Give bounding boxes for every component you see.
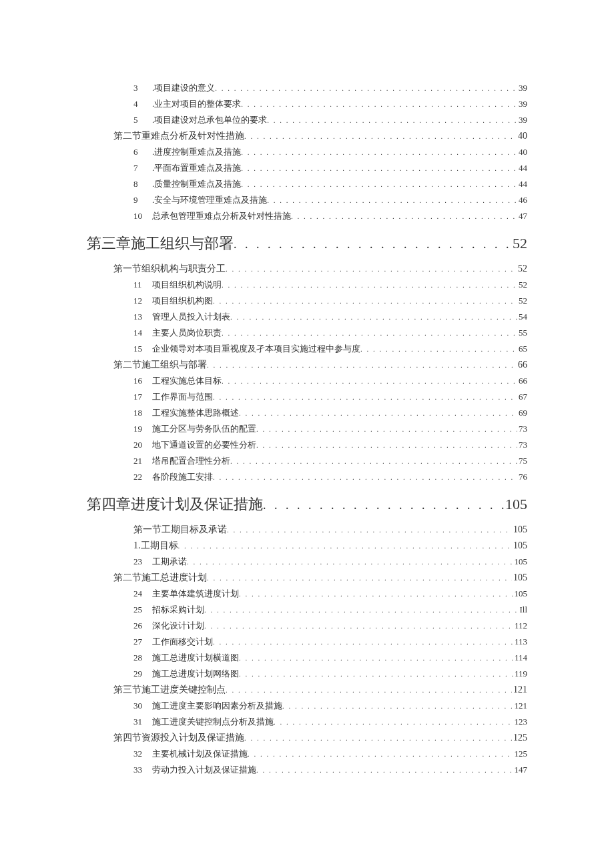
toc-dot-leader xyxy=(244,730,512,746)
toc-entry-page: 105 xyxy=(512,522,527,538)
toc-entry: 第一节组织机构与职责分工52 xyxy=(87,261,527,277)
toc-entry-title: 工作面移交计划 xyxy=(152,634,213,650)
toc-entry: 14主要人员岗位职责55 xyxy=(87,325,527,341)
toc-entry-title: 工期承诺 xyxy=(152,554,187,570)
toc-dot-leader xyxy=(267,192,517,208)
toc-entry: 5.项目建设对总承包单位的要求39 xyxy=(87,112,527,128)
toc-entry-number: 15 xyxy=(133,341,152,357)
toc-entry-page: 73 xyxy=(517,421,527,437)
toc-dot-leader xyxy=(227,522,512,538)
toc-entry-page: 40 xyxy=(517,128,527,144)
toc-entry-title: 企业领导对本项目重视度及孑本项目实施过程中参与度 xyxy=(152,341,360,357)
toc-dot-leader xyxy=(234,232,511,256)
toc-entry-title: 劳动力投入计划及保证措施 xyxy=(152,762,256,778)
toc-entry-title: 深化设计计划 xyxy=(152,618,204,634)
toc-entry-title: 项目组织机构说明 xyxy=(152,277,222,293)
toc-dot-leader xyxy=(291,208,517,224)
toc-dot-leader xyxy=(222,325,517,341)
toc-entry-page: 54 xyxy=(517,309,527,325)
toc-entry: 第二节施工总进度计划105 xyxy=(87,570,527,586)
toc-entry-page: Ill xyxy=(518,602,527,618)
toc-entry-title: 第一节组织机构与职责分工 xyxy=(113,261,226,277)
toc-entry-page: 121 xyxy=(513,698,528,714)
toc-entry-page: 105 xyxy=(512,570,527,586)
toc-entry-page: 39 xyxy=(517,96,527,112)
toc-dot-leader xyxy=(226,261,517,277)
toc-entry-title: 塔吊配置合理性分析 xyxy=(152,453,230,469)
toc-entry-title: 招标采购计划 xyxy=(152,602,204,618)
toc-entry-title: 总承包管理重难点分析及针对性措施 xyxy=(152,208,291,224)
toc-entry-title: .项目建设的意义 xyxy=(152,80,215,96)
toc-entry-title: 工作界面与范围 xyxy=(152,389,213,405)
toc-entry-title: 工程实施整体思路概述 xyxy=(152,405,239,421)
toc-entry-number: 12 xyxy=(133,293,152,309)
toc-entry-number: 17 xyxy=(133,389,152,405)
toc-entry-number: 16 xyxy=(133,373,152,389)
toc-entry-page: 125 xyxy=(513,746,528,762)
toc-entry-page: 65 xyxy=(517,341,527,357)
toc-entry-title: .项目建设对总承包单位的要求 xyxy=(152,112,267,128)
toc-entry-page: 46 xyxy=(517,192,527,208)
toc-entry: 29施工总进度计划网络图119 xyxy=(87,666,527,682)
toc-entry: 第四章进度计划及保证措施105 xyxy=(87,493,527,516)
toc-entry-number: 11 xyxy=(133,277,152,293)
toc-entry-page: 69 xyxy=(517,405,527,421)
toc-dot-leader xyxy=(239,650,513,666)
toc-entry-number: 18 xyxy=(133,405,152,421)
toc-entry-title: 第一节工期目标及承诺 xyxy=(133,522,227,538)
toc-entry: 第三节施工进度关键控制点121 xyxy=(87,682,527,698)
toc-dot-leader xyxy=(215,80,517,96)
toc-entry-number: 25 xyxy=(133,602,152,618)
toc-dot-leader xyxy=(239,586,513,602)
toc-dot-leader xyxy=(207,357,517,373)
toc-dot-leader xyxy=(274,714,513,730)
toc-entry-title: 1.工期目标 xyxy=(133,538,178,554)
toc-dot-leader xyxy=(213,469,517,485)
table-of-contents: 3.项目建设的意义394.业主对项目的整体要求395.项目建设对总承包单位的要求… xyxy=(87,80,527,778)
toc-entry: 16工程实施总体目标66 xyxy=(87,373,527,389)
toc-entry-title: 施工总进度计划横道图 xyxy=(152,650,239,666)
toc-entry-title: 主要机械计划及保证措施 xyxy=(152,746,248,762)
toc-dot-leader xyxy=(222,277,517,293)
toc-entry-page: 52 xyxy=(511,232,527,255)
toc-entry: 4.业主对项目的整体要求39 xyxy=(87,96,527,112)
toc-entry: 12项目组织机构图52 xyxy=(87,293,527,309)
toc-entry-number: 14 xyxy=(133,325,152,341)
toc-entry-title: 施工总进度计划网络图 xyxy=(152,666,239,682)
toc-dot-leader xyxy=(239,666,513,682)
toc-entry-page: 66 xyxy=(517,357,527,373)
toc-entry: 第一节工期目标及承诺105 xyxy=(87,522,527,538)
toc-entry-page: 52 xyxy=(517,277,527,293)
toc-entry-page: 147 xyxy=(513,762,528,778)
toc-entry-number: 32 xyxy=(133,746,152,762)
toc-dot-leader xyxy=(282,698,513,714)
toc-entry-page: 121 xyxy=(512,682,527,698)
toc-entry-page: 113 xyxy=(513,634,527,650)
toc-entry-page: 39 xyxy=(517,80,527,96)
toc-dot-leader xyxy=(207,570,512,586)
toc-dot-leader xyxy=(267,112,517,128)
toc-entry-number: 30 xyxy=(133,698,152,714)
toc-entry-page: 112 xyxy=(513,618,527,634)
toc-entry-title: 第二节重难点分析及针对性措施 xyxy=(113,128,244,144)
toc-entry: 24主要单体建筑进度计划105 xyxy=(87,586,527,602)
toc-entry-title: 第二节施工总进度计划 xyxy=(113,570,207,586)
toc-entry-page: 66 xyxy=(517,373,527,389)
toc-entry-page: 44 xyxy=(517,176,527,192)
toc-entry-number: 19 xyxy=(133,421,152,437)
toc-dot-leader xyxy=(230,309,517,325)
toc-entry-page: 105 xyxy=(512,538,527,554)
toc-dot-leader xyxy=(213,293,517,309)
toc-entry: 20地下通道设置的必要性分析73 xyxy=(87,437,527,453)
toc-dot-leader xyxy=(360,341,517,357)
toc-dot-leader xyxy=(230,453,517,469)
toc-entry-title: 主要单体建筑进度计划 xyxy=(152,586,239,602)
toc-dot-leader xyxy=(213,634,513,650)
toc-entry: 13管理人员投入计划表54 xyxy=(87,309,527,325)
toc-entry-title: 施工进度关键控制点分析及措施 xyxy=(152,714,274,730)
toc-entry-page: 105 xyxy=(504,493,527,516)
toc-entry: 27工作面移交计划113 xyxy=(87,634,527,650)
toc-entry: 33劳动力投入计划及保证措施147 xyxy=(87,762,527,778)
toc-entry-title: 管理人员投入计划表 xyxy=(152,309,230,325)
toc-dot-leader xyxy=(241,96,517,112)
